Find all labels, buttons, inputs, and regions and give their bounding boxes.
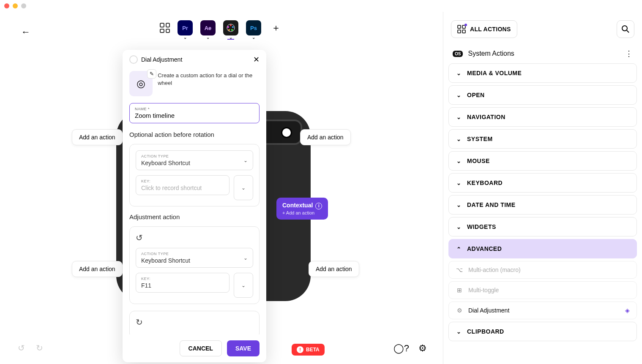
titlebar [0, 0, 642, 12]
kebab-icon[interactable]: ⋮ [625, 49, 633, 58]
svg-point-2 [232, 26, 234, 28]
action-type-value-2: Keyboard Shortcut [141, 257, 248, 264]
modal-description: Create a custom action for a dial or the… [158, 71, 260, 87]
chevron-down-icon: ⌄ [243, 255, 248, 261]
info-icon: i [315, 203, 322, 209]
category-header[interactable]: ⌄MEDIA & VOLUME [449, 64, 637, 82]
action-type-select-1[interactable]: ACTION TYPE Keyboard Shortcut ⌄ [136, 150, 253, 170]
beta-badge[interactable]: BETA [292, 344, 325, 356]
ccw-action-box: ↺ ACTION TYPE Keyboard Shortcut ⌄ KEY: F… [129, 226, 260, 304]
key-value-ccw: F11 [141, 282, 224, 289]
device-marker-icon [281, 127, 292, 138]
action-item-label: Multi-action (macro) [468, 266, 521, 273]
category-keyboard: ⌄KEYBOARD [448, 173, 637, 193]
modal-close-icon[interactable]: ✕ [253, 55, 260, 64]
category-label: CLIPBOARD [467, 328, 504, 335]
main-area: ← Pr⌄ Ae⌄ ⌄ Ps⌄ ＋ Add an action Add an a… [0, 12, 443, 364]
action-item-label: Dial Adjustment [468, 307, 509, 314]
window-max-dot[interactable] [21, 3, 26, 8]
category-header[interactable]: ⌄SYSTEM [449, 130, 637, 148]
chevron-down-icon: ⌄ [456, 329, 461, 335]
window-close-dot[interactable] [4, 3, 9, 8]
app-davinci[interactable]: ⌄ [223, 20, 238, 35]
category-navigation: ⌄NAVIGATION [448, 107, 637, 127]
chevron-down-icon: ⌄ [456, 92, 461, 98]
key-options-2[interactable]: ⌄ [234, 273, 253, 298]
category-label: MEDIA & VOLUME [467, 70, 522, 76]
bottom-toolbar: ◯? ⚙ [393, 343, 427, 354]
all-actions-label: ALL ACTIONS [470, 26, 511, 33]
app-aftereffects[interactable]: Ae⌄ [200, 20, 216, 35]
contextual-label: Contextual [282, 202, 313, 209]
category-header[interactable]: ⌄OPEN [449, 86, 637, 104]
category-label: NAVIGATION [467, 114, 505, 120]
action-item[interactable]: ⚙Dial Adjustment◈ [448, 302, 637, 319]
svg-point-1 [230, 24, 232, 26]
action-item: ⌥Multi-action (macro) [448, 261, 637, 279]
category-advanced: ⌄ADVANCED [448, 239, 637, 258]
action-item-label: Multi-toggle [468, 287, 499, 293]
window-min-dot[interactable] [13, 3, 18, 8]
cancel-button[interactable]: CANCEL [180, 340, 222, 356]
rotate-ccw-icon: ↺ [136, 233, 253, 243]
svg-point-5 [227, 26, 229, 28]
add-action-pill-2[interactable]: Add an action [300, 129, 351, 145]
redo-icon[interactable]: ↻ [36, 343, 43, 353]
category-header[interactable]: ⌄ADVANCED [449, 239, 637, 258]
actions-panel: ALL ACTIONS OS System Actions ⋮ ⌄MEDIA &… [443, 12, 642, 364]
chevron-down-icon: ⌄ [456, 224, 461, 230]
contextual-pill[interactable]: Contextuali + Add an action [276, 198, 328, 220]
category-header[interactable]: ⌄NAVIGATION [449, 108, 637, 126]
key-label-2: KEY: [141, 277, 224, 281]
rotate-cw-icon: ↻ [136, 317, 253, 327]
chevron-down-icon: ⌄ [456, 202, 461, 208]
key-recorder-2[interactable]: KEY: F11 [136, 273, 229, 293]
action-item-icon: ⌥ [456, 266, 463, 273]
app-premiere[interactable]: Pr⌄ [178, 20, 193, 35]
name-input[interactable] [135, 112, 254, 119]
name-field[interactable]: NAME * [129, 103, 260, 123]
all-actions-button[interactable]: ALL ACTIONS [451, 20, 517, 38]
category-header[interactable]: ⌄MOUSE [449, 152, 637, 170]
davinci-icon [226, 23, 235, 33]
chevron-down-icon: ⌄ [456, 180, 461, 186]
category-label: WIDGETS [467, 223, 496, 230]
undo-icon[interactable]: ↺ [18, 343, 25, 353]
key-options-1[interactable]: ⌄ [234, 175, 253, 200]
add-action-pill-3[interactable]: Add an action [72, 261, 123, 277]
svg-point-6 [622, 26, 627, 31]
app-photoshop[interactable]: Ps⌄ [246, 20, 261, 35]
gear-icon[interactable]: ⚙ [418, 343, 427, 354]
category-label: KEYBOARD [467, 179, 503, 186]
name-field-label: NAME * [135, 107, 254, 111]
category-label: OPEN [467, 92, 485, 98]
edit-icon-button[interactable]: ✎ [147, 69, 156, 79]
category-open: ⌄OPEN [448, 85, 637, 105]
category-header[interactable]: ⌄CLIPBOARD [449, 322, 637, 341]
action-type-select-2[interactable]: ACTION TYPE Keyboard Shortcut ⌄ [136, 248, 253, 268]
category-header[interactable]: ⌄DATE AND TIME [449, 196, 637, 214]
chevron-down-icon: ⌄ [456, 246, 461, 252]
modal-title: Dial Adjustment [129, 55, 182, 64]
category-header[interactable]: ⌄WIDGETS [449, 217, 637, 236]
help-icon[interactable]: ◯? [393, 343, 409, 354]
category-header[interactable]: ⌄KEYBOARD [449, 174, 637, 192]
add-action-pill-1[interactable]: Add an action [72, 129, 123, 145]
chevron-down-icon: ⌄ [456, 136, 461, 142]
category-label: DATE AND TIME [467, 201, 516, 208]
action-type-value: Keyboard Shortcut [141, 160, 248, 166]
optional-section-title: Optional action before rotation [129, 131, 260, 138]
adjustment-section-title: Adjustment action [129, 213, 260, 220]
category-system: ⌄SYSTEM [448, 129, 637, 149]
app-grid-icon[interactable] [160, 23, 170, 33]
add-app-button[interactable]: ＋ [269, 22, 283, 34]
add-action-pill-4[interactable]: Add an action [309, 261, 359, 277]
key-recorder-1[interactable]: KEY: Click to record shortcut [136, 175, 229, 195]
chevron-down-icon: ⌄ [456, 158, 461, 164]
undo-redo-group: ↺ ↻ [18, 343, 43, 353]
save-button[interactable]: SAVE [227, 340, 260, 356]
search-button[interactable] [617, 20, 634, 38]
action-item: ⊞Multi-toggle [448, 281, 637, 299]
chevron-down-icon: ⌄ [456, 114, 461, 120]
app-switcher: Pr⌄ Ae⌄ ⌄ Ps⌄ ＋ [0, 20, 443, 35]
